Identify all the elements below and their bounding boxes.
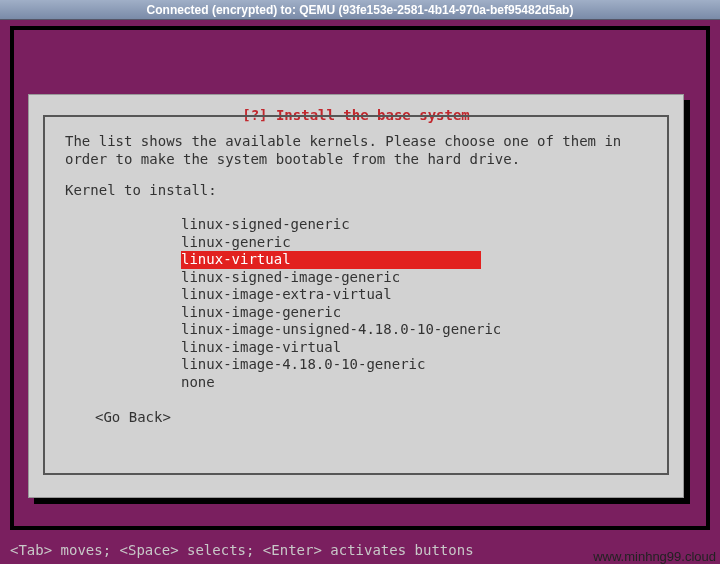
kernel-option[interactable]: linux-image-generic xyxy=(181,304,647,322)
installer-screen: [?] Install the base system The list sho… xyxy=(0,20,720,564)
watermark-text: www.minhng99.cloud xyxy=(593,549,716,564)
vnc-titlebar: Connected (encrypted) to: QEMU (93fe153e… xyxy=(0,0,720,20)
kernel-option[interactable]: linux-image-unsigned-4.18.0-10-generic xyxy=(181,321,647,339)
kernel-option-selected[interactable]: linux-virtual xyxy=(181,251,481,269)
kernel-option[interactable]: linux-image-extra-virtual xyxy=(181,286,647,304)
kernel-option[interactable]: linux-generic xyxy=(181,234,647,252)
kernel-list[interactable]: linux-signed-generic linux-generic linux… xyxy=(181,216,647,391)
install-dialog: [?] Install the base system The list sho… xyxy=(28,94,684,498)
kernel-option[interactable]: linux-image-virtual xyxy=(181,339,647,357)
kernel-option[interactable]: none xyxy=(181,374,647,392)
instruction-text: The list shows the available kernels. Pl… xyxy=(65,133,647,168)
dialog-frame: The list shows the available kernels. Pl… xyxy=(43,115,669,475)
kernel-option[interactable]: linux-signed-generic xyxy=(181,216,647,234)
key-hints: <Tab> moves; <Space> selects; <Enter> ac… xyxy=(10,542,474,558)
kernel-option[interactable]: linux-image-4.18.0-10-generic xyxy=(181,356,647,374)
kernel-option[interactable]: linux-signed-image-generic xyxy=(181,269,647,287)
prompt-text: Kernel to install: xyxy=(65,182,647,198)
go-back-button[interactable]: <Go Back> xyxy=(95,409,647,425)
